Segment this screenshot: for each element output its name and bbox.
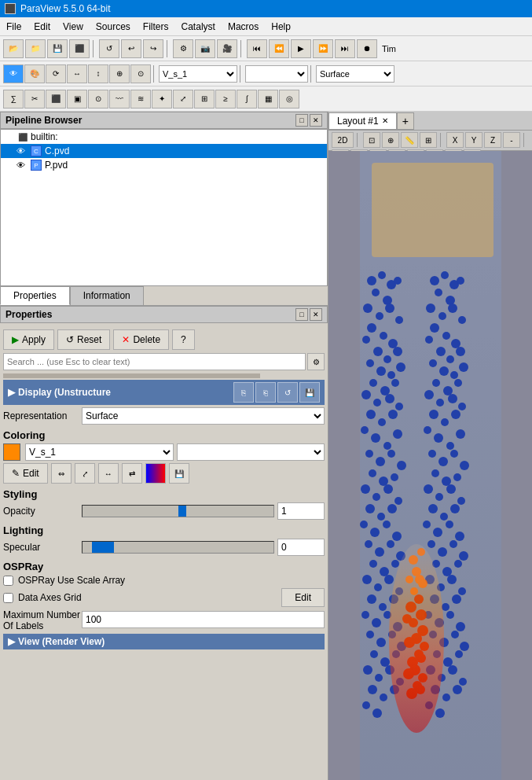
reset-camera-btn[interactable]: ⊙ bbox=[130, 64, 151, 83]
representation-select-prop[interactable]: Surface Wireframe Points Surface With Ed… bbox=[82, 407, 325, 425]
variable-select[interactable]: V_s_1 bbox=[159, 65, 237, 83]
axes-grid-checkbox[interactable] bbox=[3, 593, 13, 603]
streamline-btn[interactable]: ≋ bbox=[130, 90, 151, 109]
display-paste-btn[interactable]: ⎗ bbox=[255, 382, 276, 403]
color-btn[interactable]: 🎨 bbox=[24, 64, 45, 83]
layout-tab-close-icon[interactable]: ✕ bbox=[382, 116, 388, 125]
reload-btn[interactable]: ↺ bbox=[99, 39, 119, 58]
specular-slider-track[interactable] bbox=[82, 541, 274, 554]
invert-btn[interactable]: ⇄ bbox=[122, 463, 142, 484]
color-variable-select[interactable]: V_s_1 bbox=[25, 443, 174, 461]
probe-btn[interactable]: ◎ bbox=[279, 90, 299, 109]
delete-btn[interactable]: ✕ Delete bbox=[113, 329, 169, 350]
tab-information[interactable]: Information bbox=[70, 286, 144, 305]
menu-edit[interactable]: Edit bbox=[28, 20, 57, 34]
ruler-btn[interactable]: 📏 bbox=[401, 132, 418, 148]
open-recent-btn[interactable]: 📁 bbox=[25, 39, 46, 58]
threshold-btn[interactable]: ≥ bbox=[215, 90, 236, 109]
color-edit-btn[interactable]: ✎ Edit bbox=[3, 463, 48, 484]
rotate-btn[interactable]: ↔ bbox=[67, 64, 87, 83]
sphere-btn[interactable]: ⊙ bbox=[88, 90, 108, 109]
rescale-data-btn[interactable]: ↔ bbox=[98, 463, 119, 484]
orient-x-btn[interactable]: X bbox=[446, 132, 464, 148]
rescale-btn[interactable]: ⇔ bbox=[51, 463, 72, 484]
opacity-value-input[interactable]: 1 bbox=[277, 502, 325, 520]
pipeline-item-ppvd[interactable]: 👁 P P.pvd bbox=[1, 158, 327, 172]
axes-btn[interactable]: ⊞ bbox=[420, 132, 437, 148]
opacity-slider-track[interactable] bbox=[82, 505, 274, 517]
menu-file[interactable]: File bbox=[0, 20, 28, 34]
play-loop-btn[interactable]: ⏩ bbox=[313, 39, 333, 58]
colormap-btn[interactable] bbox=[145, 463, 166, 484]
max-labels-input[interactable]: 100 bbox=[82, 611, 325, 628]
viewport-2d-btn[interactable]: 2D bbox=[332, 132, 354, 148]
orient-y-btn[interactable]: Y bbox=[465, 132, 482, 148]
undo-btn[interactable]: ↩ bbox=[121, 39, 141, 58]
contour-btn[interactable]: 〰 bbox=[109, 90, 130, 109]
view-section-header[interactable]: ▶ View (Render View) bbox=[3, 634, 325, 649]
integrate-btn[interactable]: ∫ bbox=[237, 90, 257, 109]
reset-btn[interactable]: ↺ Reset bbox=[57, 329, 110, 350]
menu-catalyst[interactable]: Catalyst bbox=[175, 20, 222, 34]
last-frame-btn[interactable]: ⏭ bbox=[335, 39, 355, 58]
move-btn[interactable]: ↕ bbox=[88, 64, 108, 83]
color-range-select[interactable] bbox=[177, 443, 325, 461]
slice-btn[interactable]: ⊞ bbox=[194, 90, 215, 109]
menu-sources[interactable]: Sources bbox=[90, 20, 137, 34]
pipeline-close-btn[interactable]: ✕ bbox=[310, 114, 322, 127]
array-select[interactable] bbox=[245, 65, 308, 83]
settings-btn[interactable]: ⚙ bbox=[173, 39, 193, 58]
glyph-btn[interactable]: ✦ bbox=[152, 90, 172, 109]
layout-tab-1[interactable]: Layout #1 ✕ bbox=[328, 112, 397, 130]
eye-icon-ppvd[interactable]: 👁 bbox=[17, 160, 31, 170]
clip-btn[interactable]: ✂ bbox=[24, 90, 45, 109]
help-btn[interactable]: ? bbox=[172, 329, 195, 350]
menu-filters[interactable]: Filters bbox=[137, 20, 175, 34]
menu-help[interactable]: Help bbox=[265, 20, 297, 34]
save-colormap-btn[interactable]: 💾 bbox=[169, 463, 189, 484]
orient-z-btn[interactable]: Z bbox=[484, 132, 501, 148]
extract-subset-btn[interactable]: ▣ bbox=[67, 90, 87, 109]
open-file-btn[interactable]: 📂 bbox=[3, 39, 24, 58]
first-frame-btn[interactable]: ⏮ bbox=[247, 39, 267, 58]
display-section-header[interactable]: ▶ Display (Unstructure ⎘ ⎗ ↺ 💾 bbox=[3, 380, 325, 405]
eye-icon-cpvd[interactable]: 👁 bbox=[17, 146, 31, 156]
properties-close-btn[interactable]: ✕ bbox=[310, 308, 322, 321]
save-extract-btn[interactable]: ⬛ bbox=[69, 39, 90, 58]
zoom-btn[interactable]: ⊕ bbox=[109, 64, 130, 83]
orient-neg-btn[interactable]: - bbox=[503, 132, 520, 148]
visible-toggle-btn[interactable]: 👁 bbox=[3, 64, 24, 83]
ospray-scale-array-checkbox[interactable] bbox=[3, 576, 13, 586]
representation-select[interactable]: Surface bbox=[316, 65, 394, 83]
pipeline-item-builtin[interactable]: ⬛ builtin: bbox=[1, 130, 327, 144]
warp-btn[interactable]: ⤢ bbox=[173, 90, 193, 109]
viewport[interactable] bbox=[328, 151, 532, 780]
display-save-btn[interactable]: 💾 bbox=[299, 382, 320, 403]
display-refresh-btn[interactable]: ↺ bbox=[277, 382, 298, 403]
apply-btn[interactable]: ▶ Apply bbox=[3, 329, 54, 350]
specular-value-input[interactable]: 0 bbox=[277, 539, 325, 556]
pipeline-restore-btn[interactable]: □ bbox=[295, 114, 308, 127]
record-btn[interactable]: ⏺ bbox=[357, 39, 377, 58]
layout-tab-add-btn[interactable]: + bbox=[397, 112, 414, 130]
orbit-btn[interactable]: ⟳ bbox=[46, 64, 66, 83]
reset-camera-vp-btn[interactable]: ⊡ bbox=[363, 132, 380, 148]
display-copy-btn[interactable]: ⎘ bbox=[233, 382, 254, 403]
pipeline-item-cpvd[interactable]: 👁 C C.pvd bbox=[1, 144, 327, 158]
search-settings-btn[interactable]: ⚙ bbox=[307, 353, 325, 370]
play-btn[interactable]: ▶ bbox=[291, 39, 311, 58]
camera-btn[interactable]: 🎥 bbox=[217, 39, 237, 58]
calculator-btn[interactable]: ∑ bbox=[3, 90, 24, 109]
menu-view[interactable]: View bbox=[57, 20, 90, 34]
cell-btn[interactable]: ▦ bbox=[258, 90, 278, 109]
search-input[interactable] bbox=[3, 353, 306, 370]
cube-btn[interactable]: ⬛ bbox=[46, 90, 66, 109]
screenshot-btn[interactable]: 📷 bbox=[195, 39, 215, 58]
redo-btn[interactable]: ↪ bbox=[143, 39, 163, 58]
save-data-btn[interactable]: 💾 bbox=[47, 39, 68, 58]
rescale-custom-btn[interactable]: ⤤ bbox=[75, 463, 95, 484]
tab-properties[interactable]: Properties bbox=[0, 286, 70, 305]
fit-all-btn[interactable]: ⊕ bbox=[382, 132, 399, 148]
axes-grid-edit-btn[interactable]: Edit bbox=[281, 588, 325, 607]
menu-macros[interactable]: Macros bbox=[222, 20, 265, 34]
